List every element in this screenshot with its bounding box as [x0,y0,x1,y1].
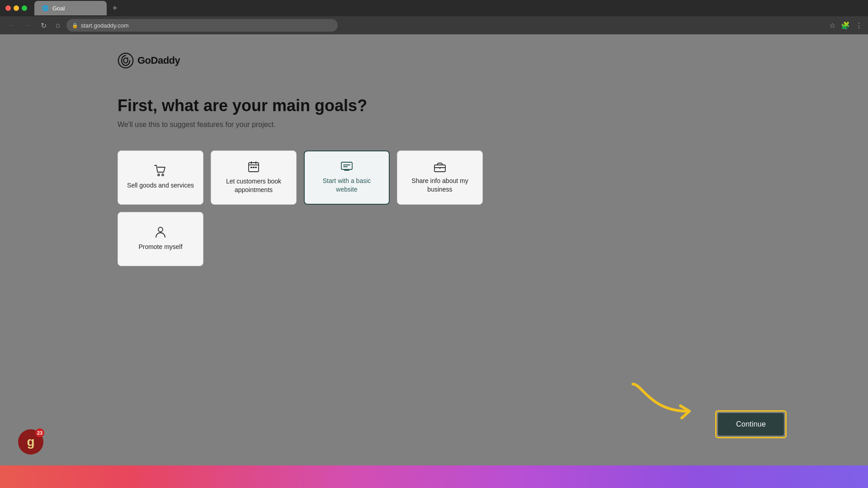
godaddy-logo-text: GoDaddy [137,55,180,66]
bookmark-icon[interactable]: ☆ [829,21,835,30]
tab-favicon: 🌐 [42,5,49,12]
forward-button[interactable]: → [22,19,34,31]
continue-button[interactable]: Continue [718,413,784,436]
tab-bar: 🌐 Goal + [34,1,121,15]
page-subtitle: We'll use this to suggest features for y… [118,121,750,129]
goal-card-basic-website-label: Start with a basic website [312,177,382,194]
godaddy-logo-icon [118,52,134,69]
svg-rect-4 [250,167,252,168]
back-button[interactable]: ← [5,19,18,31]
gradient-bar [0,465,868,488]
close-window-button[interactable] [5,5,11,11]
goal-card-basic-website[interactable]: Start with a basic website [304,150,390,205]
badge-circle: g 23 [18,429,43,455]
address-bar[interactable]: 🔒 start.godaddy.com [66,19,338,32]
extensions-icon[interactable]: 🧩 [841,21,850,30]
goal-card-book-appointments-label: Let customers book appointments [218,177,289,195]
goal-cards-container: Sell goods and services [118,150,750,266]
fullscreen-window-button[interactable] [22,5,27,11]
tab-title: Goal [52,5,65,12]
page-title: First, what are your main goals? [118,96,750,115]
svg-point-9 [158,227,163,232]
goal-card-sell-goods-label: Sell goods and services [127,181,194,190]
address-text: start.godaddy.com [81,22,129,29]
title-bar: 🌐 Goal + [0,0,868,16]
svg-rect-6 [255,167,257,168]
goal-card-share-info[interactable]: Share info about my business [397,150,483,205]
goal-card-promote-myself-label: Promote myself [138,243,182,252]
continue-button-highlight: Continue [715,410,787,438]
calendar-icon [248,161,259,173]
browser-toolbar-right: ☆ 🧩 ⋮ [829,21,863,30]
svg-rect-7 [341,162,352,169]
goal-card-promote-myself[interactable]: Promote myself [118,212,203,266]
arrow-annotation [624,375,714,429]
refresh-button[interactable]: ↻ [38,19,49,32]
svg-point-1 [158,174,160,176]
page-content: GoDaddy First, what are your main goals?… [0,34,868,465]
page-inner: GoDaddy First, what are your main goals?… [0,34,868,465]
person-icon [156,226,165,238]
continue-wrapper: Continue [715,410,787,438]
goal-card-share-info-label: Share info about my business [405,177,475,194]
notification-badge[interactable]: g 23 [18,429,45,456]
nav-bar: ← → ↻ ⌂ 🔒 start.godaddy.com ☆ 🧩 ⋮ [0,16,868,34]
goal-card-book-appointments[interactable]: Let customers book appointments [211,150,297,205]
cards-row-2: Promote myself [118,212,750,266]
security-lock-icon: 🔒 [72,23,78,28]
monitor-icon [340,161,353,172]
new-tab-button[interactable]: + [108,2,121,14]
svg-rect-5 [253,167,255,168]
active-tab[interactable]: 🌐 Goal [34,1,107,15]
minimize-window-button[interactable] [14,5,19,11]
badge-letter: g [27,435,34,449]
traffic-lights [5,5,27,11]
cart-icon [154,165,167,177]
cards-row-1: Sell goods and services [118,150,750,205]
home-button[interactable]: ⌂ [53,19,63,31]
menu-icon[interactable]: ⋮ [855,21,863,30]
badge-count: 23 [35,428,44,437]
browser-chrome: 🌐 Goal + ← → ↻ ⌂ 🔒 start.godaddy.com ☆ 🧩… [0,0,868,34]
goal-card-sell-goods[interactable]: Sell goods and services [118,150,203,205]
godaddy-logo: GoDaddy [118,52,750,69]
svg-point-2 [162,174,164,176]
briefcase-icon [434,161,446,172]
